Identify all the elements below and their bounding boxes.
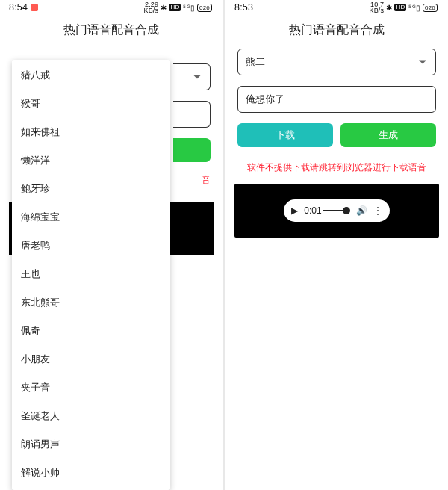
status-right: 10.7 KB/s ✱ HD ⁵ᴳ▯ 026	[369, 1, 438, 13]
status-right: 2.29 KB/s ✱ HD ⁵ᴳ▯ 026	[143, 1, 212, 13]
dropdown-item[interactable]: 如来佛祖	[12, 118, 170, 146]
signal-icon: ⁵ᴳ▯	[183, 4, 195, 12]
dropdown-item[interactable]: 唐老鸭	[12, 232, 170, 260]
status-time: 8:54	[9, 2, 28, 13]
button-row: 下载 生成	[237, 123, 436, 147]
status-time: 8:53	[234, 2, 253, 13]
battery-icon: 026	[197, 4, 212, 12]
dropdown-item[interactable]: 朗诵男声	[12, 430, 170, 459]
text-input-value: 俺想你了	[246, 93, 428, 106]
dropdown-item[interactable]: 海绵宝宝	[12, 203, 170, 232]
dropdown-item[interactable]: 圣诞老人	[12, 402, 170, 430]
hd-icon: HD	[394, 4, 406, 11]
dropdown-item[interactable]: 解说小帅	[12, 459, 170, 487]
hd-icon: HD	[169, 4, 181, 11]
play-icon[interactable]: ▶	[291, 205, 298, 216]
audio-player[interactable]: ▶ 0:01 🔊 ⋮	[284, 199, 389, 222]
dropdown-item[interactable]: 鲍牙珍	[12, 175, 170, 203]
phone-right: 8:53 10.7 KB/s ✱ HD ⁵ᴳ▯ 026 热门语音配音合成 熊二 …	[225, 0, 448, 490]
bluetooth-icon: ✱	[386, 4, 392, 12]
status-bar: 8:53 10.7 KB/s ✱ HD ⁵ᴳ▯ 026	[225, 0, 448, 15]
text-input[interactable]: 俺想你了	[237, 86, 436, 113]
network-speed: 2.29 KB/s	[143, 1, 158, 13]
battery-icon: 026	[423, 4, 438, 12]
page-title: 热门语音配音合成	[0, 15, 223, 49]
voice-select[interactable]: 熊二	[237, 49, 436, 75]
generate-button[interactable]: 生成	[340, 123, 436, 147]
status-bar: 8:54 2.29 KB/s ✱ HD ⁵ᴳ▯ 026	[0, 0, 223, 15]
page-title: 热门语音配音合成	[225, 15, 448, 49]
dropdown-item[interactable]: 东北老铁	[12, 487, 170, 490]
dropdown-item[interactable]: 佩奇	[12, 317, 170, 345]
more-icon[interactable]: ⋮	[373, 205, 382, 216]
generate-button-fragment[interactable]	[173, 138, 211, 162]
notification-indicator-icon	[31, 4, 38, 11]
signal-icon: ⁵ᴳ▯	[408, 4, 420, 12]
voice-dropdown[interactable]: 猪八戒猴哥如来佛祖懒洋洋鲍牙珍海绵宝宝唐老鸭王也东北熊哥佩奇小朋友夹子音圣诞老人…	[12, 60, 170, 490]
dropdown-item[interactable]: 猴哥	[12, 90, 170, 118]
player-time: 0:01	[304, 205, 321, 216]
seek-handle[interactable]	[343, 207, 350, 214]
notice-fragment: 音	[202, 175, 211, 186]
dropdown-item[interactable]: 小朋友	[12, 345, 170, 373]
dropdown-item[interactable]: 王也	[12, 260, 170, 288]
dropdown-item[interactable]: 懒洋洋	[12, 146, 170, 175]
phone-left: 8:54 2.29 KB/s ✱ HD ⁵ᴳ▯ 026 热门语音配音合成 音 猪…	[0, 0, 223, 490]
bluetooth-icon: ✱	[161, 4, 167, 12]
dropdown-item[interactable]: 猪八戒	[12, 61, 170, 90]
dropdown-item[interactable]: 东北熊哥	[12, 288, 170, 317]
dropdown-item[interactable]: 夹子音	[12, 373, 170, 402]
voice-select-value: 熊二	[246, 55, 428, 69]
network-speed: 10.7 KB/s	[369, 1, 384, 13]
voice-select[interactable]	[173, 63, 211, 90]
text-input-fragment-right[interactable]	[173, 101, 211, 128]
notice-text: 软件不提供下载请跳转到浏览器进行下载语音	[225, 162, 448, 173]
video-area: ▶ 0:01 🔊 ⋮	[234, 184, 439, 238]
volume-icon[interactable]: 🔊	[356, 205, 367, 216]
download-button[interactable]: 下载	[237, 123, 333, 147]
